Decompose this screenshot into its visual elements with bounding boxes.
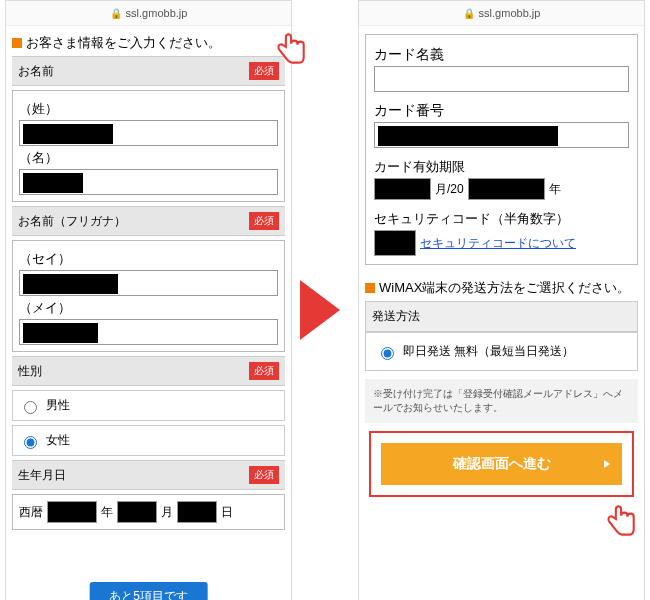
shipping-option[interactable]: 即日発送 無料（最短当日発送） xyxy=(365,332,638,371)
gender-section-header: 性別 必須 xyxy=(12,356,285,386)
customer-info-heading: お客さま情報をご入力ください。 xyxy=(12,34,285,52)
card-number-label: カード番号 xyxy=(374,102,629,120)
era-label: 西暦 xyxy=(19,504,43,521)
shipping-section-header: 発送方法 xyxy=(365,301,638,332)
cvc-link[interactable]: セキュリティコードについて xyxy=(420,235,576,252)
arrow-icon xyxy=(300,280,340,340)
mei-input[interactable] xyxy=(19,169,278,195)
name-box: （姓） （名） xyxy=(12,90,285,202)
sei-input[interactable] xyxy=(19,120,278,146)
card-number-input[interactable] xyxy=(374,122,629,148)
url-text: ssl.gmobb.jp xyxy=(479,7,541,19)
shipping-radio[interactable] xyxy=(381,347,394,360)
card-name-label: カード名義 xyxy=(374,46,629,64)
gender-male-option[interactable]: 男性 xyxy=(12,390,285,421)
card-name-input[interactable] xyxy=(374,66,629,92)
cvc-input[interactable] xyxy=(374,230,416,256)
pointer-hand-icon xyxy=(268,28,310,70)
pointer-hand-icon xyxy=(598,500,640,542)
expiry-year-input[interactable] xyxy=(468,178,545,200)
required-badge: 必須 xyxy=(249,466,279,484)
furigana-box: （セイ） （メイ） xyxy=(12,240,285,352)
left-screen: 🔒 ssl.gmobb.jp お客さま情報をご入力ください。 お名前 必須 （姓… xyxy=(5,0,292,600)
mei-kana-input[interactable] xyxy=(19,319,278,345)
female-radio[interactable] xyxy=(24,436,37,449)
required-badge: 必須 xyxy=(249,362,279,380)
sei-kana-label: （セイ） xyxy=(19,250,278,268)
cvc-label: セキュリティコード（半角数字） xyxy=(374,210,629,228)
redacted-sei xyxy=(23,124,113,144)
year-select[interactable] xyxy=(47,501,97,523)
dob-section-header: 生年月日 必須 xyxy=(12,460,285,490)
mei-kana-label: （メイ） xyxy=(19,299,278,317)
card-box: カード名義 カード番号 カード有効期限 月/20 年 セキュリティコード（半角数… xyxy=(365,34,638,265)
dob-box: 西暦 年 月 日 xyxy=(12,494,285,530)
month-select[interactable] xyxy=(117,501,157,523)
progress-banner: あと5項目です xyxy=(89,582,208,600)
url-bar: 🔒 ssl.gmobb.jp xyxy=(359,1,644,26)
day-select[interactable] xyxy=(177,501,217,523)
sei-label: （姓） xyxy=(19,100,278,118)
furigana-section-header: お名前（フリガナ） 必須 xyxy=(12,206,285,236)
required-badge: 必須 xyxy=(249,212,279,230)
cta-frame: 確認画面へ進む xyxy=(369,431,634,497)
url-bar: 🔒 ssl.gmobb.jp xyxy=(6,1,291,26)
redacted-mei xyxy=(23,173,83,193)
gender-female-option[interactable]: 女性 xyxy=(12,425,285,456)
redacted-sei-kana xyxy=(23,274,118,294)
shipping-heading: WiMAX端末の発送方法をご選択ください。 xyxy=(365,279,638,297)
lock-icon: 🔒 xyxy=(463,8,475,19)
completion-note: ※受け付け完了は「登録受付確認メールアドレス」へメールでお知らせいたします。 xyxy=(365,379,638,423)
male-radio[interactable] xyxy=(24,401,37,414)
name-section-header: お名前 必須 xyxy=(12,56,285,86)
sei-kana-input[interactable] xyxy=(19,270,278,296)
redacted-card-number xyxy=(378,126,558,146)
card-expiry-label: カード有効期限 xyxy=(374,158,629,176)
confirm-button[interactable]: 確認画面へ進む xyxy=(381,443,622,485)
url-text: ssl.gmobb.jp xyxy=(126,7,188,19)
bullet-icon xyxy=(12,38,22,48)
expiry-month-input[interactable] xyxy=(374,178,431,200)
lock-icon: 🔒 xyxy=(110,8,122,19)
redacted-mei-kana xyxy=(23,323,98,343)
mei-label: （名） xyxy=(19,149,278,167)
bullet-icon xyxy=(365,283,375,293)
